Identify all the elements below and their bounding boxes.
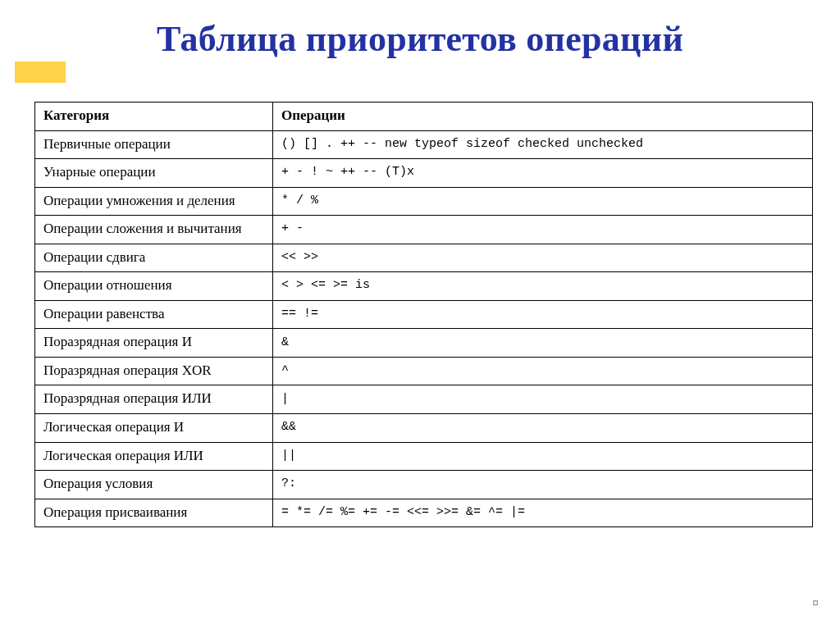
cell-category: Операции сдвига (35, 244, 273, 272)
cell-category: Операция присваивания (35, 499, 273, 527)
cell-category: Логическая операция ИЛИ (35, 442, 273, 471)
cell-operations: ?: (273, 471, 813, 499)
cell-category: Операции равенства (35, 300, 273, 329)
cell-operations: << >> (273, 244, 813, 272)
page-title: Таблица приоритетов операций (0, 18, 840, 60)
table-row: Поразрядная операция ИЛИ| (35, 385, 813, 414)
slide: Таблица приоритетов операций Категория О… (0, 0, 840, 629)
precedence-table-wrap: Категория Операции Первичные операции() … (34, 102, 812, 527)
header-operations: Операции (273, 103, 813, 131)
cell-category: Поразрядная операция ИЛИ (35, 385, 273, 414)
table-row: Операция присваивания= *= /= %= += -= <<… (35, 499, 813, 527)
cell-operations: () [] . ++ -- new typeof sizeof checked … (273, 130, 813, 159)
table-row: Операции отношения< > <= >= is (35, 272, 813, 301)
cell-category: Операция условия (35, 471, 273, 499)
cell-category: Операции сложения и вычитания (35, 216, 273, 244)
cell-category: Первичные операции (35, 130, 273, 159)
table-row: Операция условия?: (35, 471, 813, 499)
table-row: Операции сложения и вычитания+ - (35, 216, 813, 244)
cell-operations: < > <= >= is (273, 272, 813, 301)
table-row: Операции умножения и деления* / % (35, 187, 813, 216)
cell-category: Поразрядная операция И (35, 329, 273, 358)
table-row: Логическая операция И&& (35, 414, 813, 443)
table-row: Операции сдвига<< >> (35, 244, 813, 272)
cell-operations: || (273, 442, 813, 471)
table-row: Унарные операции+ - ! ~ ++ -- (T)x (35, 159, 813, 188)
table-row: Первичные операции() [] . ++ -- new type… (35, 130, 813, 159)
cell-category: Поразрядная операция XOR (35, 357, 273, 385)
cell-category: Логическая операция И (35, 414, 273, 443)
slide-end-mark: ¤ (812, 596, 819, 609)
cell-operations: + - ! ~ ++ -- (T)x (273, 159, 813, 188)
accent-bar (15, 62, 66, 83)
cell-operations: * / % (273, 187, 813, 216)
cell-operations: | (273, 385, 813, 414)
table-row: Операции равенства== != (35, 300, 813, 329)
cell-operations: ^ (273, 357, 813, 385)
cell-operations: + - (273, 216, 813, 244)
table-row: Логическая операция ИЛИ|| (35, 442, 813, 471)
cell-operations: && (273, 414, 813, 443)
cell-operations: == != (273, 300, 813, 329)
precedence-table: Категория Операции Первичные операции() … (34, 102, 813, 527)
cell-category: Операции умножения и деления (35, 187, 273, 216)
header-category: Категория (35, 103, 273, 131)
cell-category: Унарные операции (35, 159, 273, 188)
table-header-row: Категория Операции (35, 103, 813, 131)
cell-category: Операции отношения (35, 272, 273, 301)
table-row: Поразрядная операция XOR^ (35, 357, 813, 385)
cell-operations: & (273, 329, 813, 358)
cell-operations: = *= /= %= += -= <<= >>= &= ^= |= (273, 499, 813, 527)
table-row: Поразрядная операция И& (35, 329, 813, 358)
